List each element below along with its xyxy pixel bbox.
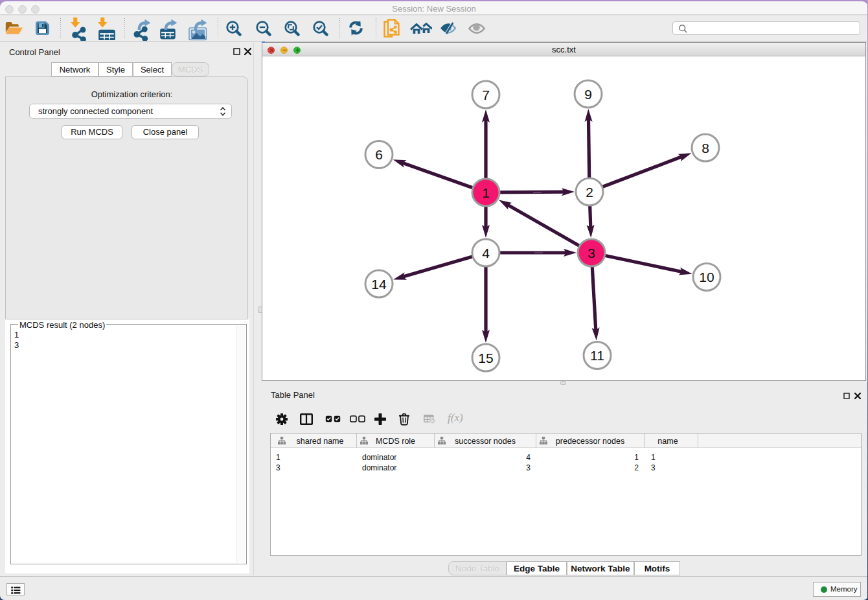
svg-text:14: 14 <box>371 277 387 292</box>
svg-text:6: 6 <box>375 147 383 162</box>
svg-text:2: 2 <box>586 185 593 200</box>
svg-text:4: 4 <box>482 246 490 260</box>
svg-text:7: 7 <box>482 87 490 102</box>
svg-text:3: 3 <box>588 246 595 260</box>
svg-text:11: 11 <box>590 348 604 363</box>
svg-text:9: 9 <box>584 87 592 102</box>
svg-text:8: 8 <box>702 141 709 156</box>
svg-text:10: 10 <box>699 270 714 284</box>
svg-text:1: 1 <box>482 185 490 200</box>
svg-text:f(x): f(x) <box>448 412 463 424</box>
svg-text:15: 15 <box>478 351 493 365</box>
